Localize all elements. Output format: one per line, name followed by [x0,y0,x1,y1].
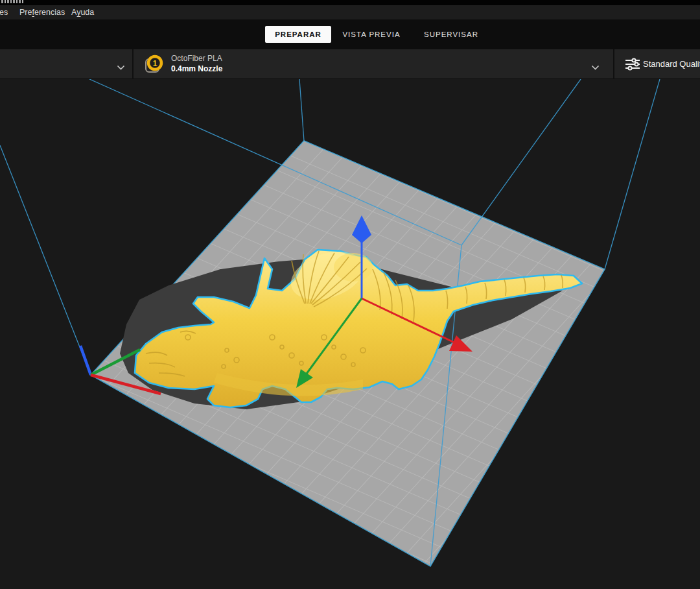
viewport-3d[interactable] [0,79,700,589]
menu-extensions-cropped[interactable]: es [0,5,8,19]
material-info: OctoFiber PLA 0.4mm Nozzle [171,53,222,74]
stage-tab-bar: PREPARAR VISTA PREVIA SUPERVISAR [0,19,700,49]
svg-text:1: 1 [153,59,158,68]
extruder-1-icon: 1 [144,54,165,75]
material-name: OctoFiber PLA [171,53,222,64]
scene-3d [0,79,700,589]
configuration-toolbar: 1 OctoFiber PLA 0.4mm Nozzle [0,49,700,79]
chevron-down-icon [591,62,600,73]
chevron-down-icon [117,62,125,73]
tab-preview[interactable]: VISTA PREVIA [339,26,404,43]
cura-window: es Preferencias Ayuda PREPARAR VISTA PRE… [0,0,700,589]
menu-preferences[interactable]: Preferencias [19,5,65,19]
sliders-icon [625,58,640,73]
print-settings-label: Standard Quality [643,49,700,79]
window-titlebar [0,0,700,5]
menu-help[interactable]: Ayuda [71,5,94,19]
menu-bar: es Preferencias Ayuda [0,5,700,19]
material-selector-dropdown[interactable]: 1 OctoFiber PLA 0.4mm Nozzle [134,49,613,79]
window-title-text-fragment [1,0,25,3]
print-settings-dropdown[interactable]: Standard Quality [614,49,700,79]
nozzle-size: 0.4mm Nozzle [171,64,222,74]
printer-selector-dropdown[interactable] [0,49,132,79]
tab-monitor[interactable]: SUPERVISAR [419,26,484,43]
tab-prepare[interactable]: PREPARAR [265,26,331,43]
